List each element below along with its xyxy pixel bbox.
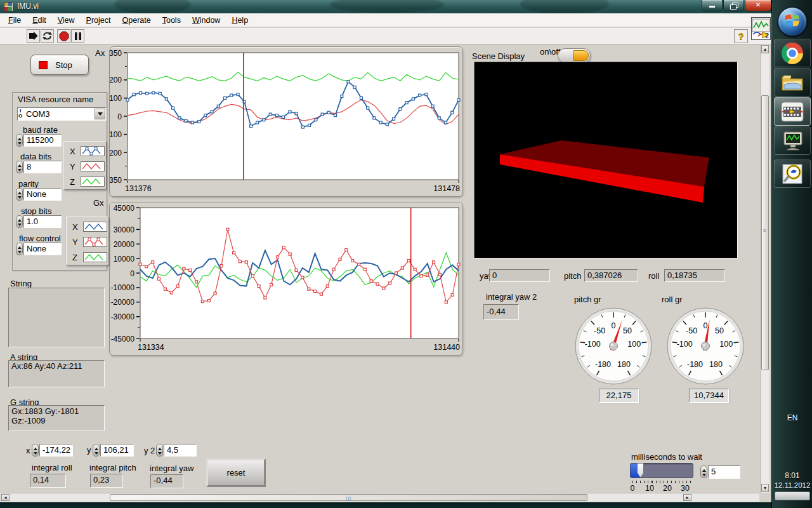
maximize-button[interactable] xyxy=(723,0,744,11)
integral-yaw-label: integral yaw xyxy=(150,464,193,473)
roll-gauge[interactable]: -180-100-50050100180 xyxy=(666,307,745,385)
taskbar-date[interactable]: 12.11.2012 xyxy=(772,481,812,489)
visa-resource-combo[interactable]: COM3 xyxy=(17,107,107,121)
plot-glyph xyxy=(81,161,105,171)
language-indicator[interactable]: EN xyxy=(772,413,812,422)
y2-spinner[interactable] xyxy=(156,444,163,457)
parity-spinner[interactable] xyxy=(16,188,23,201)
x-field[interactable]: -174,22 xyxy=(39,444,73,457)
flow-control-field[interactable]: None xyxy=(23,243,62,255)
pitch-indicator: 0,387026 xyxy=(584,269,638,282)
scroll-up-button[interactable]: ▴ xyxy=(761,45,769,53)
svg-text:-100: -100 xyxy=(585,340,601,349)
svg-text:0: 0 xyxy=(704,321,708,330)
scroll-down-button[interactable]: ▾ xyxy=(761,484,769,492)
labview-taskbar-icon xyxy=(781,102,804,122)
svg-text:10000: 10000 xyxy=(114,255,135,264)
ax-waveform-chart[interactable]: 3502001000-100-200-350131376131478 xyxy=(109,46,463,197)
taskbar-magnifier-app-button[interactable] xyxy=(774,159,811,188)
toggle-knob xyxy=(573,50,589,61)
stop-bits-spinner[interactable] xyxy=(16,215,23,228)
show-desktop-button[interactable] xyxy=(775,491,810,500)
gx-legend-item-y[interactable]: Y xyxy=(72,234,108,250)
taskbar-monitor-app-button[interactable] xyxy=(774,126,811,155)
svg-text:-10000: -10000 xyxy=(111,283,135,292)
close-button[interactable]: ✕ xyxy=(745,0,771,11)
data-bits-field[interactable]: 8 xyxy=(23,161,62,173)
start-button[interactable] xyxy=(778,7,807,36)
ax-legend-item-z[interactable]: Z xyxy=(70,174,106,189)
pause-button[interactable] xyxy=(71,29,84,43)
vertical-scrollbar[interactable]: ▴ ≡ ▾ xyxy=(760,44,769,493)
y-field[interactable]: 106,21 xyxy=(100,444,134,457)
menu-item-file[interactable]: File xyxy=(3,15,27,26)
minimize-button[interactable] xyxy=(702,0,723,11)
data-bits-spinner[interactable] xyxy=(16,161,23,173)
y2-label: y 2 xyxy=(144,446,155,455)
help-icon: ? xyxy=(738,30,743,41)
svg-text:-200: -200 xyxy=(110,149,122,157)
menu-item-project[interactable]: Project xyxy=(81,15,117,26)
vi-icon-badge[interactable]: 2 xyxy=(751,17,771,40)
scene-display[interactable] xyxy=(474,62,738,258)
menu-item-window[interactable]: Window xyxy=(187,15,226,26)
menu-item-help[interactable]: Help xyxy=(226,15,254,26)
reset-button[interactable]: reset xyxy=(206,458,266,487)
horizontal-scroll-thumb[interactable]: ||| xyxy=(110,494,587,501)
taskbar-chrome-button[interactable] xyxy=(774,39,811,67)
baud-rate-field[interactable]: 115200 xyxy=(23,134,62,147)
ax-legend-item-x[interactable]: X xyxy=(70,144,106,159)
baud-rate-label: baud rate xyxy=(23,125,58,135)
plot-glyph xyxy=(83,222,107,232)
stop-bits-field[interactable]: 1.0 xyxy=(23,215,62,228)
taskbar-labview-button[interactable] xyxy=(774,97,811,126)
glass-blob xyxy=(114,0,190,13)
svg-text:0: 0 xyxy=(612,321,616,330)
legend-label: X xyxy=(72,222,79,232)
menu-item-tools[interactable]: Tools xyxy=(157,15,187,26)
svg-text:0: 0 xyxy=(117,112,122,121)
restore-icon xyxy=(730,3,737,8)
menu-item-edit[interactable]: Edit xyxy=(27,15,52,26)
legend-label: X xyxy=(70,147,76,156)
horizontal-scrollbar[interactable]: ◂ ||| ▸ xyxy=(1,493,759,502)
y-spinner[interactable] xyxy=(93,444,100,457)
vertical-scroll-thumb[interactable]: ≡ xyxy=(761,95,769,370)
on-off-toggle[interactable] xyxy=(558,48,591,63)
run-button[interactable] xyxy=(27,29,40,43)
svg-text:-350: -350 xyxy=(110,176,122,185)
stop-square-icon xyxy=(39,61,48,69)
baud-rate-spinner[interactable] xyxy=(16,134,23,147)
gx-legend-item-z[interactable]: Z xyxy=(72,250,108,265)
gx-legend-item-x[interactable]: X xyxy=(72,219,108,234)
vi-badge-count: 2 xyxy=(765,32,769,39)
run-continuous-button[interactable] xyxy=(41,29,54,43)
svg-text:-20000: -20000 xyxy=(111,298,135,307)
abort-icon xyxy=(59,31,69,41)
legend-label: Y xyxy=(72,237,79,247)
wait-spinner[interactable] xyxy=(700,465,707,478)
magnifier-bird-icon xyxy=(782,163,803,185)
x-spinner[interactable] xyxy=(32,444,39,457)
title-bar[interactable]: IMU.vi ✕ xyxy=(0,0,771,13)
menu-item-view[interactable]: View xyxy=(52,15,81,26)
svg-text:100: 100 xyxy=(627,340,641,349)
stop-button[interactable]: Stop xyxy=(30,55,89,75)
flow-control-spinner[interactable] xyxy=(16,243,23,255)
parity-field[interactable]: None xyxy=(23,188,62,201)
scroll-right-button[interactable]: ▸ xyxy=(683,494,691,501)
roll-gauge-display: 10,7344 xyxy=(689,389,729,403)
ax-legend-item-y[interactable]: Y xyxy=(70,159,106,174)
gx-waveform-chart[interactable]: 450003000020000100000-10000-20000-30000-… xyxy=(109,202,463,356)
visa-dropdown-button[interactable] xyxy=(95,109,105,119)
context-help-button[interactable]: ? xyxy=(734,29,748,43)
y2-field[interactable]: 4,5 xyxy=(164,444,197,457)
taskbar-explorer-button[interactable] xyxy=(774,68,811,97)
scroll-left-button[interactable]: ◂ xyxy=(1,494,10,501)
pitch-gauge[interactable]: -180-100-50050100180 xyxy=(574,307,653,385)
wait-slider[interactable] xyxy=(630,463,693,478)
wait-field[interactable]: 5 xyxy=(708,465,740,479)
abort-button[interactable] xyxy=(57,29,70,43)
taskbar-clock[interactable]: 8:01 xyxy=(772,471,812,480)
menu-item-operate[interactable]: Operate xyxy=(117,15,157,26)
